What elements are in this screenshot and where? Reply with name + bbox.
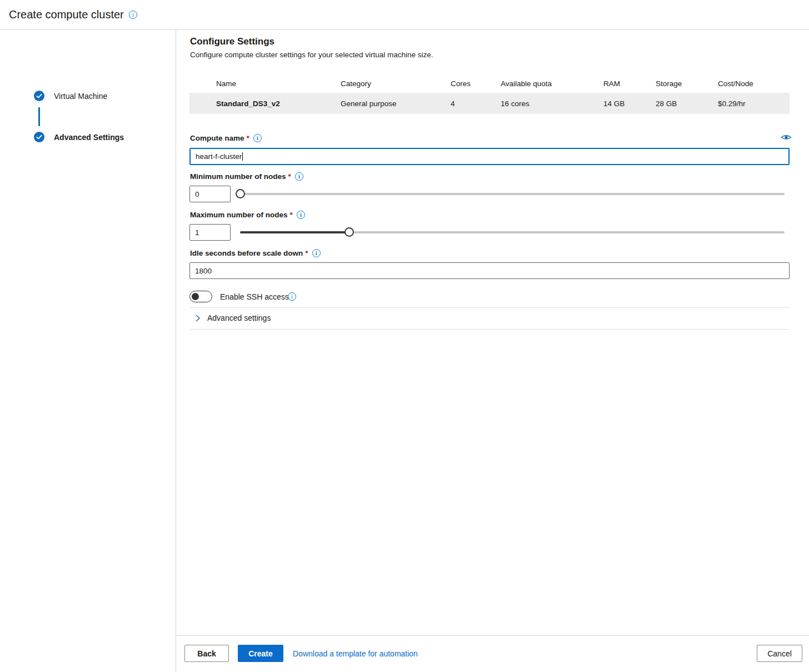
cancel-button[interactable]: Cancel	[757, 645, 802, 662]
stepper-step-virtual-machine[interactable]: Virtual Machine	[34, 91, 107, 101]
vm-ram-cell: 14 GB	[603, 99, 656, 108]
min-nodes-input[interactable]	[189, 186, 231, 202]
create-button[interactable]: Create	[238, 645, 283, 662]
text-cursor	[242, 152, 243, 161]
step-completed-check-icon	[34, 91, 44, 101]
column-header-storage: Storage	[656, 79, 718, 88]
required-marker: *	[305, 249, 308, 257]
vm-quota-cell: 16 cores	[501, 99, 603, 108]
toggle-knob-icon	[192, 293, 199, 300]
vm-size-table: Name Category Cores Available quota RAM …	[189, 74, 790, 114]
page-title: Create compute cluster	[9, 8, 124, 21]
max-nodes-label: Maximum number of nodes *	[190, 211, 305, 219]
column-header-name: Name	[189, 79, 341, 88]
max-nodes-info-icon[interactable]	[297, 211, 305, 219]
stepper-connector-line	[38, 107, 40, 126]
slider-fill	[240, 231, 349, 233]
step-label: Virtual Machine	[54, 92, 107, 101]
footer-divider	[176, 635, 809, 636]
idle-seconds-info-icon[interactable]	[312, 249, 321, 257]
vm-name-cell: Standard_DS3_v2	[189, 99, 341, 108]
table-row[interactable]: Standard_DS3_v2 General purpose 4 16 cor…	[189, 93, 790, 114]
min-nodes-slider[interactable]	[240, 189, 785, 198]
vm-cores-cell: 4	[451, 99, 501, 108]
section-subheading: Configure compute cluster settings for y…	[190, 51, 433, 59]
column-header-category: Category	[341, 79, 451, 88]
enable-ssh-label: Enable SSH access	[220, 292, 289, 301]
slider-track	[240, 193, 785, 195]
column-header-available-quota: Available quota	[501, 79, 603, 88]
divider	[189, 307, 790, 308]
vm-storage-cell: 28 GB	[656, 99, 718, 108]
compute-name-info-icon[interactable]	[253, 134, 262, 142]
enable-ssh-toggle[interactable]	[189, 291, 212, 302]
max-nodes-input[interactable]	[189, 224, 231, 241]
step-label: Advanced Settings	[54, 133, 124, 142]
required-marker: *	[290, 211, 293, 219]
max-nodes-slider[interactable]	[240, 227, 785, 237]
download-template-link[interactable]: Download a template for automation	[293, 649, 418, 658]
section-heading: Configure Settings	[190, 36, 274, 47]
vm-table-header-row: Name Category Cores Available quota RAM …	[189, 74, 790, 93]
vm-category-cell: General purpose	[341, 99, 451, 108]
create-compute-cluster-page: Create compute cluster Virtual Machine A…	[0, 0, 809, 672]
min-nodes-label: Minimum number of nodes *	[190, 172, 303, 181]
stepper-sidebar: Virtual Machine Advanced Settings	[0, 30, 176, 672]
eye-icon[interactable]	[781, 133, 792, 141]
idle-seconds-label: Idle seconds before scale down *	[190, 249, 321, 257]
slider-handle[interactable]	[236, 189, 245, 198]
column-header-cores: Cores	[451, 79, 501, 88]
stepper-step-advanced-settings[interactable]: Advanced Settings	[34, 132, 124, 142]
advanced-settings-expander[interactable]: Advanced settings	[194, 313, 271, 322]
required-marker: *	[288, 172, 291, 181]
step-active-check-icon	[34, 132, 44, 142]
compute-name-label: Compute name *	[190, 134, 262, 142]
page-header: Create compute cluster	[0, 0, 809, 30]
slider-handle[interactable]	[344, 227, 354, 237]
required-marker: *	[247, 134, 249, 142]
column-header-cost-node: Cost/Node	[718, 79, 790, 88]
divider	[189, 329, 790, 330]
compute-name-input[interactable]: heart-f-cluster	[189, 148, 790, 165]
advanced-settings-label: Advanced settings	[207, 313, 271, 322]
column-header-ram: RAM	[603, 79, 656, 88]
enable-ssh-info-icon[interactable]	[288, 292, 296, 301]
page-title-info-icon[interactable]	[129, 11, 137, 19]
min-nodes-info-icon[interactable]	[295, 172, 303, 181]
back-button[interactable]: Back	[184, 645, 229, 662]
vm-cost-cell: $0.29/hr	[718, 99, 790, 108]
idle-seconds-input[interactable]: 1800	[189, 262, 790, 279]
chevron-right-icon	[194, 315, 201, 322]
